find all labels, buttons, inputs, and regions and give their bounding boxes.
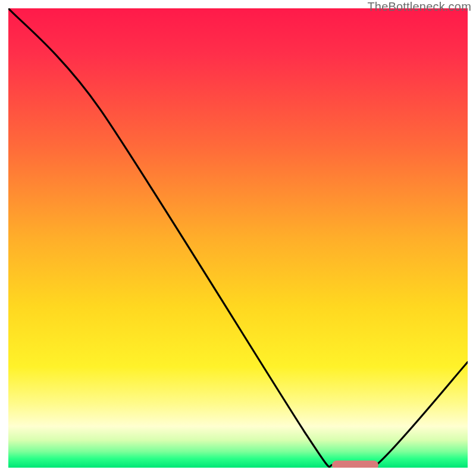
plot-area: [8, 8, 468, 468]
optimal-range-marker: [332, 461, 378, 468]
curve-path: [8, 8, 468, 468]
watermark-text: TheBottleneck.com: [367, 0, 471, 14]
bottleneck-chart: TheBottleneck.com: [0, 0, 476, 476]
line-curve: [8, 8, 468, 468]
